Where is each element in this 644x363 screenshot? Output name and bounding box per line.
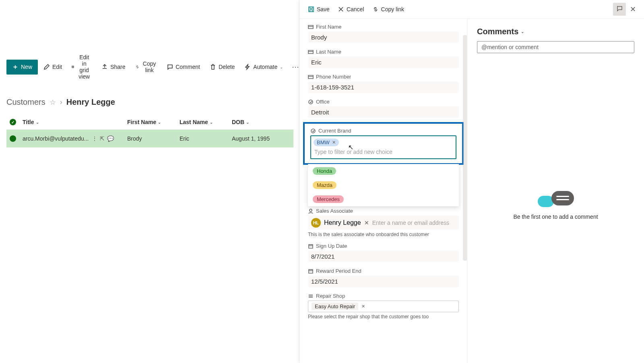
comments-panel: Comments⌄ @mention or comment Be the fir… [467, 19, 644, 363]
comments-empty: Be the first one to add a comment [477, 53, 634, 355]
avatar: HL [311, 218, 321, 228]
copy-link-button[interactable]: Copy link [131, 58, 161, 76]
phone-input[interactable]: 1-618-159-3521 [308, 81, 459, 93]
field-last-name: Last Name Eric [300, 47, 467, 72]
repair-shop-tag: Easy Auto Repair [312, 303, 358, 310]
svg-point-7 [310, 209, 312, 212]
brand-tag-bmw: BMW✕ [314, 139, 339, 146]
current-brand-input[interactable]: BMW✕ [310, 135, 456, 159]
save-button[interactable]: Save [304, 4, 334, 15]
repair-shop-input[interactable]: Easy Auto Repair ✕ [308, 301, 459, 312]
share-button[interactable]: Share [97, 61, 129, 73]
svg-rect-8 [309, 245, 313, 248]
breadcrumb-current: Henry Legge [66, 97, 115, 107]
reward-end-input[interactable]: 12/5/2021 [308, 276, 459, 287]
brand-dropdown: Honda Mazda Mercedes [308, 164, 459, 206]
last-name-input[interactable]: Eric [308, 56, 459, 68]
field-office: Office Detroit [300, 97, 467, 122]
svg-rect-4 [308, 75, 313, 79]
form-scroll[interactable]: First Name Brody Last Name Eric Phone Nu… [300, 19, 467, 363]
row-share-icon[interactable]: ⇱ [100, 135, 105, 142]
main-content: ＋New Edit Edit in grid view Share Copy l… [0, 0, 300, 363]
column-first-name[interactable]: First Name⌄ [127, 119, 180, 125]
svg-rect-9 [309, 270, 313, 273]
field-reward-end: Reward Period End 12/5/2021 [300, 266, 467, 291]
sales-associate-note: This is the sales associate who onboarde… [308, 232, 459, 237]
sign-up-input[interactable]: 8/7/2021 [308, 251, 459, 262]
column-title[interactable]: Title⌄ [23, 119, 127, 125]
breadcrumb: Customers ☆ › Henry Legge [0, 93, 300, 111]
brand-option-honda[interactable]: Honda [308, 164, 459, 178]
svg-rect-0 [72, 66, 74, 68]
remove-tag-icon[interactable]: ✕ [332, 140, 336, 145]
column-last-name[interactable]: Last Name⌄ [180, 119, 232, 125]
row-comment-icon[interactable]: 💬 [107, 135, 114, 142]
column-dob[interactable]: DOB⌄ [232, 119, 292, 125]
svg-rect-1 [309, 7, 314, 12]
current-brand-highlight: Current Brand BMW✕ [303, 122, 464, 165]
favorite-icon[interactable]: ☆ [50, 98, 56, 107]
detail-pane: Save Cancel Copy link ✕ First Name Brody… [300, 0, 644, 363]
field-repair-shop: Repair Shop Easy Auto Repair ✕ Please se… [300, 291, 467, 324]
remove-person-icon[interactable]: ✕ [364, 220, 369, 226]
edit-grid-button[interactable]: Edit in grid view [68, 52, 96, 82]
svg-rect-2 [308, 25, 313, 29]
breadcrumb-root[interactable]: Customers [6, 97, 45, 107]
remove-repair-icon[interactable]: ✕ [361, 304, 365, 309]
row-checkbox[interactable]: ✓ [10, 135, 16, 142]
automate-button[interactable]: Automate⌄ [240, 61, 287, 73]
person-name: Henry Legge [324, 219, 361, 226]
cancel-button[interactable]: Cancel [334, 4, 368, 15]
brand-option-mazda[interactable]: Mazda [308, 178, 459, 192]
comments-title[interactable]: Comments⌄ [477, 27, 634, 36]
comments-empty-icon [538, 189, 574, 209]
breadcrumb-separator: › [60, 98, 62, 106]
first-name-input[interactable]: Brody [308, 31, 459, 43]
detail-toolbar: Save Cancel Copy link ✕ [300, 0, 644, 19]
field-sign-up-date: Sign Up Date 8/7/2021 [300, 241, 467, 266]
brand-filter-input[interactable] [314, 148, 453, 156]
cell-last-name: Eric [180, 135, 232, 142]
office-input[interactable]: Detroit [308, 106, 459, 118]
new-button[interactable]: ＋New [6, 60, 38, 75]
select-all-checkbox[interactable]: ✓ [10, 119, 16, 125]
cell-first-name: Brody [127, 135, 180, 142]
close-pane-button[interactable]: ✕ [626, 2, 640, 16]
field-sales-associate: Sales Associate HL Henry Legge ✕ Enter a… [300, 206, 467, 241]
comments-empty-text: Be the first one to add a comment [513, 214, 598, 220]
field-phone: Phone Number 1-618-159-3521 [300, 72, 467, 97]
list-toolbar: ＋New Edit Edit in grid view Share Copy l… [0, 48, 300, 85]
person-placeholder: Enter a name or email address [372, 220, 449, 226]
comment-input[interactable]: @mention or comment [477, 41, 634, 53]
customers-table: ✓ Title⌄ First Name⌄ Last Name⌄ DOB⌄ ✓ a… [6, 115, 293, 147]
sales-associate-input[interactable]: HL Henry Legge ✕ Enter a name or email a… [308, 216, 459, 230]
svg-rect-3 [308, 50, 313, 54]
comment-button[interactable]: Comment [163, 61, 204, 73]
table-header: ✓ Title⌄ First Name⌄ Last Name⌄ DOB⌄ [6, 115, 293, 130]
detail-copy-link-button[interactable]: Copy link [368, 4, 409, 15]
table-row[interactable]: ✓ arcu.Morbi@vulputatedu... ⋮ ⇱ 💬 Brody … [6, 130, 293, 147]
scrollbar[interactable] [463, 35, 467, 261]
delete-button[interactable]: Delete [206, 61, 239, 73]
toggle-comments-icon[interactable] [613, 3, 626, 16]
cell-title: arcu.Morbi@vulputatedu... [23, 135, 89, 142]
edit-button[interactable]: Edit [39, 61, 66, 73]
cell-dob: August 1, 1995 [232, 135, 292, 142]
field-first-name: First Name Brody [300, 22, 467, 47]
repair-shop-note: Please select the repair shop that the c… [308, 314, 459, 319]
svg-point-5 [309, 100, 313, 104]
brand-option-mercedes[interactable]: Mercedes [308, 192, 459, 206]
svg-point-6 [311, 129, 315, 133]
row-menu-icon[interactable]: ⋮ [92, 135, 97, 142]
